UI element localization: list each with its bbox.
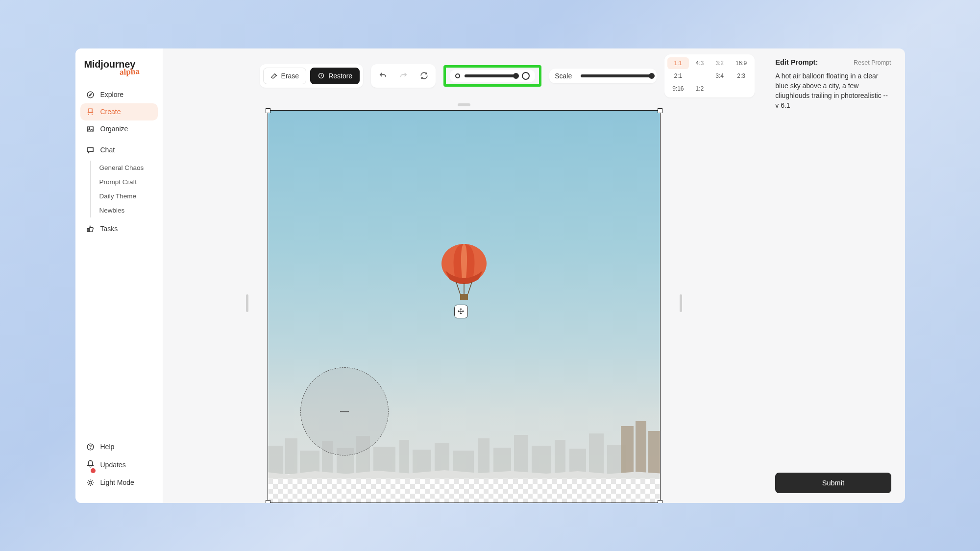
svg-rect-25 bbox=[555, 440, 565, 475]
svg-line-33 bbox=[456, 282, 460, 294]
resize-handle-tr[interactable] bbox=[658, 108, 662, 113]
svg-rect-12 bbox=[300, 451, 319, 475]
ratio-option[interactable]: 4:3 bbox=[691, 57, 709, 69]
center-button[interactable] bbox=[454, 305, 468, 318]
svg-rect-22 bbox=[493, 448, 511, 475]
help-icon bbox=[86, 443, 95, 451]
brush-size-slider[interactable] bbox=[465, 74, 517, 77]
canvas-area: — bbox=[163, 103, 766, 503]
brush-size-group bbox=[450, 70, 535, 82]
svg-rect-27 bbox=[589, 433, 604, 475]
image-canvas[interactable]: — bbox=[268, 110, 661, 503]
app-window: Midjourney alpha Explore Create Organize… bbox=[75, 48, 905, 503]
ratio-option[interactable]: 2:1 bbox=[667, 70, 688, 82]
svg-rect-26 bbox=[569, 449, 586, 475]
svg-point-0 bbox=[87, 92, 94, 98]
scale-slider[interactable] bbox=[581, 74, 653, 77]
right-panel: Edit Prompt: Reset Prompt A hot air ball… bbox=[765, 48, 905, 503]
ratio-option[interactable]: 1:1 bbox=[667, 57, 688, 69]
sidebar-item-organize[interactable]: Organize bbox=[80, 120, 158, 138]
svg-point-5 bbox=[90, 448, 91, 449]
scale-label: Scale bbox=[555, 72, 572, 80]
svg-rect-31 bbox=[648, 431, 660, 475]
hot-air-balloon bbox=[441, 244, 488, 308]
restore-button[interactable]: Restore bbox=[310, 68, 360, 84]
resize-handle-br[interactable] bbox=[658, 500, 662, 503]
logo-subtext: alpha bbox=[119, 66, 154, 76]
thumbs-up-icon bbox=[86, 225, 95, 233]
chat-room[interactable]: Newbies bbox=[98, 203, 158, 217]
prompt-text[interactable]: A hot air balloon floating in a clear bl… bbox=[775, 71, 891, 111]
reset-prompt-link[interactable]: Reset Prompt bbox=[854, 59, 891, 66]
submit-button[interactable]: Submit bbox=[775, 473, 891, 493]
undo-icon bbox=[379, 72, 387, 80]
nav-label: Explore bbox=[100, 91, 123, 98]
sidebar-item-light-mode[interactable]: Light Mode bbox=[80, 474, 158, 491]
svg-line-34 bbox=[468, 282, 472, 294]
sidebar-item-tasks[interactable]: Tasks bbox=[80, 220, 158, 238]
redo-button[interactable] bbox=[395, 68, 412, 84]
right-side-handle[interactable] bbox=[680, 294, 682, 312]
restore-icon bbox=[318, 72, 325, 79]
eraser-icon bbox=[270, 72, 278, 79]
bell-icon bbox=[86, 460, 95, 468]
ratio-option[interactable]: 2:3 bbox=[731, 70, 752, 82]
ratio-option[interactable]: 3:2 bbox=[710, 57, 729, 69]
svg-rect-21 bbox=[478, 438, 490, 475]
ratio-option[interactable]: 9:16 bbox=[667, 83, 688, 95]
svg-rect-24 bbox=[532, 446, 551, 475]
nav-label: Light Mode bbox=[100, 479, 134, 486]
mode-group: Erase Restore bbox=[260, 64, 364, 88]
resize-handle-tl[interactable] bbox=[266, 108, 270, 113]
large-circle-icon bbox=[521, 72, 530, 80]
ratio-option[interactable]: 3:4 bbox=[710, 70, 729, 82]
image-icon bbox=[86, 125, 95, 133]
brush-icon bbox=[86, 108, 95, 116]
svg-rect-10 bbox=[268, 446, 283, 475]
redo-icon bbox=[399, 72, 408, 80]
sun-icon bbox=[86, 479, 95, 487]
nav-label: Updates bbox=[100, 461, 126, 469]
sidebar-item-create[interactable]: Create bbox=[80, 103, 158, 120]
svg-point-8 bbox=[456, 74, 460, 78]
ratio-option[interactable]: 1:2 bbox=[691, 83, 709, 95]
sidebar-item-help[interactable]: Help bbox=[80, 438, 158, 455]
history-group bbox=[371, 64, 436, 88]
generated-image: — bbox=[268, 111, 660, 503]
nav-label: Tasks bbox=[100, 225, 118, 233]
resize-handle-bl[interactable] bbox=[266, 500, 270, 503]
svg-rect-16 bbox=[373, 447, 395, 475]
svg-rect-36 bbox=[460, 294, 468, 300]
logo: Midjourney alpha bbox=[75, 59, 163, 82]
sidebar-item-chat[interactable]: Chat bbox=[80, 142, 158, 159]
sidebar-item-updates[interactable]: Updates bbox=[80, 455, 158, 474]
nav-label: Help bbox=[100, 443, 115, 451]
sidebar: Midjourney alpha Explore Create Organize… bbox=[75, 48, 163, 503]
svg-rect-30 bbox=[636, 421, 646, 475]
main-area: Erase Restore bbox=[163, 48, 766, 503]
drag-pill[interactable] bbox=[458, 103, 470, 106]
svg-point-6 bbox=[89, 481, 92, 484]
svg-rect-18 bbox=[413, 450, 431, 475]
svg-marker-1 bbox=[89, 94, 91, 96]
footer-nav: Help Updates Light Mode bbox=[75, 438, 163, 491]
chat-room[interactable]: Daily Theme bbox=[98, 189, 158, 203]
primary-nav: Explore Create Organize Chat General Cha… bbox=[75, 82, 163, 238]
svg-rect-17 bbox=[399, 440, 409, 475]
nav-label: Chat bbox=[100, 146, 115, 154]
chat-room[interactable]: Prompt Craft bbox=[98, 175, 158, 189]
prompt-header: Edit Prompt: Reset Prompt bbox=[775, 58, 891, 66]
sidebar-item-explore[interactable]: Explore bbox=[80, 86, 158, 103]
erase-button[interactable]: Erase bbox=[263, 68, 307, 84]
reset-button[interactable] bbox=[416, 68, 432, 84]
small-circle-icon bbox=[455, 73, 461, 79]
svg-rect-23 bbox=[514, 435, 528, 475]
left-side-handle[interactable] bbox=[246, 294, 248, 312]
undo-button[interactable] bbox=[374, 68, 391, 84]
ratio-option[interactable]: 16:9 bbox=[731, 57, 752, 69]
compass-icon bbox=[86, 91, 95, 99]
notification-badge bbox=[91, 468, 96, 473]
chat-room[interactable]: General Chaos bbox=[98, 161, 158, 175]
svg-point-3 bbox=[89, 127, 90, 128]
svg-rect-29 bbox=[621, 426, 634, 475]
